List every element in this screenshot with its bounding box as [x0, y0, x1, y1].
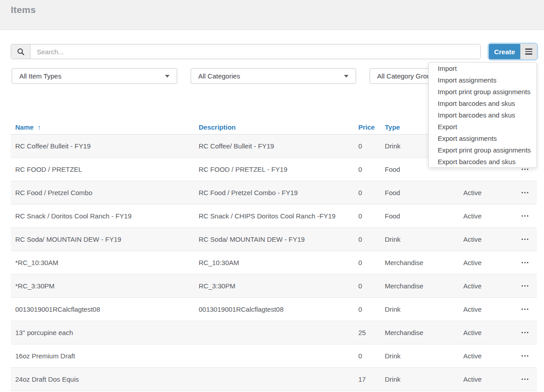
item-description: 0013019001RCalcflagtest08: [199, 305, 358, 313]
menu-item[interactable]: Export: [429, 121, 536, 133]
item-price: 0: [358, 212, 385, 220]
ellipsis-icon: [522, 332, 523, 334]
row-actions-button[interactable]: [521, 330, 530, 335]
row-actions-button[interactable]: [521, 213, 530, 219]
menu-item[interactable]: Import barcodes and skus: [429, 98, 536, 109]
item-actions-cell: [513, 283, 537, 289]
menu-item[interactable]: Export barcodes and skus: [429, 156, 536, 168]
ellipsis-icon: [522, 192, 523, 194]
item-description: RC_10:30AM: [199, 259, 358, 266]
table-row[interactable]: *RC_10:30AM RC_10:30AM 0 Merchandise Act…: [11, 251, 537, 274]
filter-categories[interactable]: All Categories: [191, 68, 356, 84]
row-actions-button[interactable]: [521, 260, 530, 266]
item-actions-cell: [513, 377, 537, 382]
item-name: 24oz Draft Dos Equis: [11, 375, 199, 383]
ellipsis-icon: [522, 169, 523, 170]
item-price: 25: [358, 329, 385, 336]
menu-item[interactable]: Export assignments: [429, 133, 536, 144]
item-type: Food: [385, 212, 463, 220]
item-name: RC Snack / Doritos Cool Ranch - FY19: [11, 212, 199, 220]
item-actions-cell: [513, 237, 537, 242]
item-actions-cell: [513, 213, 537, 219]
import-export-menu: ImportImport assignmentsImport print gro…: [428, 62, 537, 168]
table-row[interactable]: *RC_3:30PM RC_3:30PM 0 Merchandise Activ…: [11, 274, 537, 298]
filter-item-types[interactable]: All Item Types: [12, 68, 177, 84]
table-row[interactable]: RC Snack / Doritos Cool Ranch - FY19 RC …: [11, 205, 537, 228]
menu-item[interactable]: Import assignments: [429, 74, 536, 86]
item-type: Merchandise: [385, 329, 463, 336]
item-name: *RC_3:30PM: [11, 282, 199, 290]
column-header-description[interactable]: Description: [199, 123, 358, 131]
more-actions-menu-button[interactable]: [520, 44, 537, 59]
item-actions-cell: [513, 353, 537, 359]
table-row[interactable]: 13" porcupine each 25 Merchandise Active: [11, 321, 537, 344]
row-actions-button[interactable]: [521, 307, 530, 312]
column-header-price[interactable]: Price: [358, 123, 385, 131]
page-title: Items: [11, 4, 36, 15]
item-name: RC Food / Pretzel Combo: [11, 189, 199, 196]
row-actions-button[interactable]: [521, 237, 530, 242]
menu-item[interactable]: Import print group assignments: [429, 86, 536, 98]
menu-item[interactable]: Import: [429, 63, 536, 74]
ellipsis-icon: [522, 262, 523, 264]
table-row[interactable]: RC Soda/ MOUNTAIN DEW - FY19 RC Soda/ MO…: [11, 228, 537, 251]
item-price: 0: [358, 189, 385, 196]
item-price: 0: [358, 166, 385, 173]
item-price: 0: [358, 305, 385, 313]
item-actions-cell: [513, 307, 537, 312]
sort-ascending-icon: ↑: [38, 123, 41, 131]
menu-item[interactable]: Import barcodes and skus: [429, 109, 536, 121]
item-name: RC Coffee/ Bulleit - FY19: [11, 142, 199, 150]
row-actions-button[interactable]: [521, 283, 530, 289]
table-row[interactable]: 0013019001RCalcflagtest08 0013019001RCal…: [11, 298, 537, 321]
item-description: RC_3:30PM: [199, 282, 358, 290]
search-bar: [11, 44, 481, 59]
chevron-down-icon: [165, 75, 170, 78]
row-actions-button[interactable]: [521, 377, 530, 382]
item-name: *RC_10:30AM: [11, 259, 199, 266]
item-name: RC Soda/ MOUNTAIN DEW - FY19: [11, 235, 199, 243]
item-type: Merchandise: [385, 282, 463, 290]
ellipsis-icon: [522, 239, 523, 240]
item-type: Merchandise: [385, 259, 463, 266]
item-description: RC Food / Pretzel Combo - FY19: [199, 189, 358, 196]
item-status: Active: [463, 282, 513, 290]
item-status: Active: [463, 352, 513, 360]
item-price: 0: [358, 259, 385, 266]
item-description: RC Coffee/ Bulleit - FY19: [199, 142, 358, 150]
item-description: RC Snack / CHIPS Doritos Cool Ranch -FY1…: [199, 212, 358, 220]
item-actions-cell: [513, 190, 537, 196]
row-actions-button[interactable]: [521, 353, 530, 359]
item-status: Active: [463, 329, 513, 336]
hamburger-icon: [525, 48, 532, 50]
table-row[interactable]: 16oz Premium Draft 0 Drink Active: [11, 344, 537, 368]
search-button[interactable]: [11, 44, 30, 59]
item-actions-cell: [513, 260, 537, 266]
toolbar: Create: [11, 44, 537, 59]
item-status: Active: [463, 305, 513, 313]
search-input[interactable]: [30, 44, 480, 59]
table-row[interactable]: 24oz Draft Dos Equis 17 Drink Active: [11, 368, 537, 391]
ellipsis-icon: [522, 355, 523, 357]
column-header-name[interactable]: Name ↑: [11, 123, 199, 131]
item-price: 17: [358, 375, 385, 383]
table-row[interactable]: RC Food / Pretzel Combo RC Food / Pretze…: [11, 181, 537, 205]
item-price: 0: [358, 142, 385, 150]
page-header: Items: [0, 0, 544, 30]
row-actions-button[interactable]: [521, 190, 530, 196]
item-name: 0013019001RCalcflagtest08: [11, 305, 199, 313]
ellipsis-icon: [522, 215, 523, 217]
ellipsis-icon: [522, 285, 523, 287]
search-icon: [17, 48, 25, 56]
item-actions-cell: [513, 330, 537, 335]
item-description: RC Soda/ MOUNTAIN DEW - FY19: [199, 235, 358, 243]
menu-item[interactable]: Export print group assignments: [429, 144, 536, 156]
chevron-down-icon: [344, 75, 348, 78]
item-name: RC FOOD / PRETZEL: [11, 166, 199, 173]
create-button[interactable]: Create: [489, 44, 520, 59]
item-type: Drink: [385, 352, 463, 360]
create-split-button: Create: [489, 44, 537, 59]
item-price: 0: [358, 282, 385, 290]
item-price: 0: [358, 235, 385, 243]
item-status: Active: [463, 235, 513, 243]
